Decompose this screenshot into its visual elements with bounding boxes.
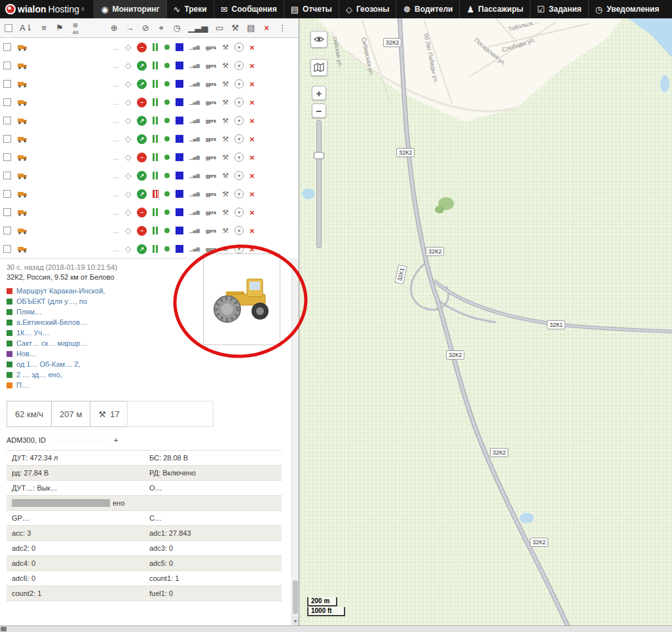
map-canvas[interactable]: 32К2 32К2 32К2 32К1 32К2 32К1 32К2 32К2 … [299, 18, 672, 625]
monitor-screen-icon[interactable]: ▭ [215, 24, 224, 32]
geofence-name[interactable]: 2 … зд… ено, [16, 371, 62, 379]
select-all-checkbox[interactable] [5, 24, 12, 32]
unit-menu-chevron[interactable]: ▾ [234, 79, 244, 88]
flag-list-icon[interactable]: ⚑ [56, 24, 64, 33]
unit-row[interactable]: … ◇ ▁▄▆ gprs ⚒ ▾ × [0, 166, 299, 185]
locate-unit-icon[interactable]: ◇ [125, 226, 131, 235]
chart-icon[interactable]: ▁▄▆ [189, 136, 200, 141]
unit-checkbox[interactable] [3, 43, 11, 51]
unit-row[interactable]: … ◇ ▁▄▆ gprs ⚒ ▾ × [0, 221, 299, 240]
unit-photo[interactable] [203, 253, 280, 345]
wrench-icon[interactable]: ⚒ [222, 98, 229, 107]
remove-unit-icon[interactable]: × [250, 208, 255, 217]
remove-unit-icon[interactable]: × [250, 153, 255, 162]
geofence-name[interactable]: 1К… Уч… [16, 329, 49, 337]
unit-row[interactable]: … ◇ ▁▄▆ gprs ⚒ ▾ × [0, 185, 299, 203]
tab-tracks[interactable]: ∿ Треки [166, 0, 214, 18]
clipboard-icon[interactable]: ▤ [247, 24, 255, 32]
chart-icon[interactable]: ▁▄▆ [189, 191, 200, 196]
locate-unit-icon[interactable]: ◇ [125, 61, 131, 70]
unit-menu-chevron[interactable]: ▾ [234, 116, 244, 125]
locate-unit-icon[interactable]: ◇ [125, 98, 131, 107]
sort-az-icon[interactable]: A⇂ [20, 24, 33, 33]
unit-checkbox[interactable] [3, 190, 11, 198]
follow-unit-icon[interactable]: → [126, 24, 134, 32]
scroll-down-button[interactable]: ▾ [292, 616, 299, 625]
show-on-map-icon[interactable]: ⌖ [157, 24, 166, 32]
remove-unit-icon[interactable]: × [250, 244, 255, 254]
locate-crosshair-icon[interactable]: ⊕ [110, 24, 119, 32]
geofence-name[interactable]: од 1… Об-Кам… 2, [16, 360, 80, 368]
unit-checkbox[interactable] [3, 135, 11, 143]
unit-checkbox[interactable] [3, 98, 11, 106]
locate-unit-icon[interactable]: ◇ [125, 208, 131, 217]
tab-geofences[interactable]: ◇ Геозоны [339, 0, 396, 18]
remove-unit-icon[interactable]: × [250, 79, 255, 89]
chart-icon[interactable]: ▁▄▆ [189, 246, 200, 251]
remove-unit-icon[interactable]: × [250, 61, 255, 71]
expand-params-button[interactable]: + [114, 436, 118, 444]
wrench-icon[interactable]: ⚒ [222, 117, 229, 125]
remove-unit-icon[interactable]: × [250, 116, 255, 126]
chart-icon[interactable]: ▁▄▆ [189, 81, 200, 86]
clear-list-icon[interactable]: × [263, 24, 271, 32]
list-view-icon[interactable]: ≡ [40, 24, 48, 33]
remove-unit-icon[interactable]: × [250, 226, 255, 236]
charts-icon[interactable]: ▁▃▅ [189, 24, 208, 32]
unit-checkbox[interactable] [3, 153, 11, 161]
locate-unit-icon[interactable]: ◇ [125, 116, 131, 125]
wrench-icon[interactable]: ⚒ [222, 208, 229, 217]
tab-monitoring[interactable]: ◉ Мониторинг [94, 0, 166, 18]
tab-passengers[interactable]: ♟ Пассажиры [459, 0, 530, 18]
unit-menu-chevron[interactable]: ▾ [234, 61, 244, 70]
remove-unit-icon[interactable]: × [250, 189, 255, 199]
tab-jobs[interactable]: ☑ Задания [530, 0, 588, 18]
zoom-out-button[interactable]: − [312, 103, 326, 118]
layers-button[interactable] [310, 59, 327, 76]
zoom-slider[interactable] [316, 120, 322, 248]
zoom-slider-handle[interactable] [314, 152, 324, 159]
geofence-name[interactable]: Сакт… ск… маршр… [16, 339, 87, 347]
chart-icon[interactable]: ▁▄▆ [189, 155, 200, 160]
unit-row[interactable]: … ◇ ▁▄▆ gprs ⚒ ▾ × [0, 111, 299, 130]
wrench-icon[interactable]: ⚒ [222, 172, 229, 180]
chart-icon[interactable]: ▁▄▆ [189, 63, 200, 68]
remove-unit-icon[interactable]: × [250, 134, 255, 144]
unit-checkbox[interactable] [3, 80, 11, 88]
visibility-button[interactable] [310, 31, 327, 48]
unit-row[interactable]: … ◇ ▁▄▆ gprs ⚒ ▾ × [0, 56, 299, 75]
unit-menu-chevron[interactable]: ▾ [234, 208, 244, 217]
unit-menu-chevron[interactable]: ▾ [234, 189, 244, 198]
geofence-name[interactable]: Плям… [16, 308, 42, 316]
unit-checkbox[interactable] [3, 117, 11, 124]
locate-unit-icon[interactable]: ◇ [125, 244, 131, 253]
chart-icon[interactable]: ▁▄▆ [189, 118, 200, 123]
locate-unit-icon[interactable]: ◇ [125, 134, 131, 143]
app-logo[interactable]: wialonHosting ® [0, 0, 94, 18]
wrench-icon[interactable]: ⚒ [222, 153, 229, 162]
geofence-name[interactable]: Нов… [16, 350, 37, 358]
chart-icon[interactable]: ▁▄▆ [189, 228, 200, 233]
locate-unit-icon[interactable]: ◇ [125, 171, 131, 180]
wrench-icon[interactable]: ⚒ [231, 24, 240, 32]
details-scrollbar[interactable]: ▾ [291, 258, 299, 625]
wrench-icon[interactable]: ⚒ [222, 190, 229, 198]
unit-checkbox[interactable] [3, 172, 11, 179]
unit-menu-chevron[interactable]: ▾ [234, 134, 244, 143]
unit-row[interactable]: … ◇ ▁▄▆ gprs ⚒ ▾ × [0, 148, 299, 166]
wrench-icon[interactable]: ⚒ [222, 135, 229, 143]
unit-checkbox[interactable] [3, 208, 11, 216]
tab-reports[interactable]: ▤ Отчеты [284, 0, 339, 18]
geofence-name[interactable]: Маршрут Каракан-Инской, [16, 287, 105, 295]
wrench-icon[interactable]: ⚒ [222, 62, 229, 70]
tab-drivers[interactable]: ☸ Водители [396, 0, 459, 18]
unit-row[interactable]: … ◇ ▁▄▆ gprs ⚒ ▾ × [0, 130, 299, 148]
unit-menu-chevron[interactable]: ▾ [234, 153, 244, 162]
tab-messages[interactable]: ✉ Сообщения [214, 0, 284, 18]
zoom-in-button[interactable]: + [312, 86, 326, 100]
geofence-name[interactable]: ОБЪЕКТ (для у…, по [16, 297, 87, 305]
unit-row[interactable]: … ◇ ▁▄▆ gprs ⚒ ▾ × [0, 38, 299, 56]
locate-unit-icon[interactable]: ◇ [125, 43, 131, 52]
unit-menu-chevron[interactable]: ▾ [234, 43, 244, 52]
unit-menu-chevron[interactable]: ▾ [234, 171, 244, 180]
